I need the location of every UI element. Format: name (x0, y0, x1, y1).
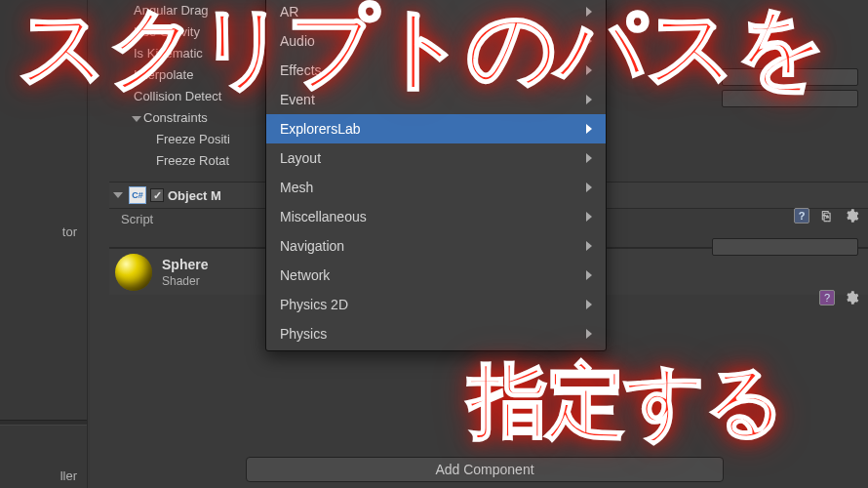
left-label-ller: ller (60, 468, 77, 483)
dd-label: Navigation (280, 238, 344, 254)
field-collision-value[interactable] (722, 90, 858, 107)
dd-item-navigation[interactable]: Navigation (266, 231, 606, 261)
dd-label: Event (280, 92, 315, 107)
material-name: Sphere (162, 257, 208, 272)
dd-item-miscellaneous[interactable]: Miscellaneous (266, 202, 606, 231)
dd-item-audio[interactable]: Audio (266, 26, 606, 56)
dd-label: Mesh (280, 180, 313, 195)
dd-label: ExplorersLab (280, 121, 361, 137)
submenu-arrow-icon (586, 300, 592, 309)
left-sidebar: tor ller (0, 0, 88, 488)
help-icon[interactable]: ? (794, 208, 809, 224)
foldout-icon (132, 116, 141, 122)
submenu-arrow-icon (586, 95, 592, 104)
label-use-gravity: Use Gravity (134, 24, 200, 39)
submenu-arrow-icon (586, 183, 592, 192)
dd-label: Network (280, 267, 330, 283)
left-label-tor: tor (62, 224, 77, 239)
label-constraints: Constraints (143, 110, 208, 125)
label-angular-drag: Angular Drag (134, 3, 209, 18)
gear-icon[interactable] (843, 289, 860, 306)
add-component-dropdown: AR Audio Effects Event ExplorersLab Layo… (265, 0, 607, 351)
submenu-arrow-icon (586, 270, 592, 280)
dd-label: AR (280, 4, 298, 20)
submenu-arrow-icon (586, 36, 592, 46)
dd-label: Physics (280, 326, 327, 342)
dd-label: Effects (280, 62, 322, 78)
dd-item-physics[interactable]: Physics (266, 319, 606, 348)
label-is-kinematic: Is Kinematic (134, 46, 203, 61)
dd-item-explorerslab[interactable]: ExplorersLab (266, 114, 606, 143)
dd-label: Physics 2D (280, 297, 348, 312)
label-collision-detect: Collision Detect (134, 89, 221, 103)
dd-label: Audio (280, 33, 315, 49)
dd-item-effects[interactable]: Effects (266, 56, 606, 85)
dd-item-network[interactable]: Network (266, 261, 606, 290)
label-interpolate: Interpolate (134, 67, 193, 82)
dd-item-mesh[interactable]: Mesh (266, 173, 606, 202)
add-component-button[interactable]: Add Component (246, 457, 724, 482)
preset-icon[interactable]: ⎘ (817, 207, 835, 224)
field-interpolate-value[interactable] (722, 68, 858, 86)
submenu-arrow-icon (586, 153, 592, 163)
dd-item-ar[interactable]: AR (266, 0, 606, 26)
submenu-arrow-icon (586, 329, 592, 339)
foldout-icon (113, 192, 123, 198)
submenu-arrow-icon (586, 124, 592, 134)
dd-item-layout[interactable]: Layout (266, 143, 606, 173)
script-field-value[interactable] (712, 238, 858, 256)
submenu-arrow-icon (586, 212, 592, 222)
shader-label: Shader (162, 274, 208, 288)
label-freeze-position: Freeze Positi (156, 132, 230, 146)
label-freeze-rotation: Freeze Rotat (156, 153, 229, 168)
dd-label: Miscellaneous (280, 209, 367, 224)
submenu-arrow-icon (586, 241, 592, 251)
enable-checkbox[interactable]: ✓ (150, 188, 164, 202)
submenu-arrow-icon (586, 7, 592, 17)
csharp-script-icon: C# (129, 186, 146, 204)
script-component-title: Object M (168, 188, 221, 203)
submenu-arrow-icon (586, 65, 592, 75)
dd-item-event[interactable]: Event (266, 85, 606, 114)
help-icon[interactable]: ? (819, 290, 835, 305)
dd-label: Layout (280, 150, 321, 166)
left-divider (0, 420, 87, 426)
dd-item-physics2d[interactable]: Physics 2D (266, 290, 606, 319)
gear-icon[interactable] (843, 207, 860, 224)
material-preview-sphere-icon (115, 254, 152, 291)
